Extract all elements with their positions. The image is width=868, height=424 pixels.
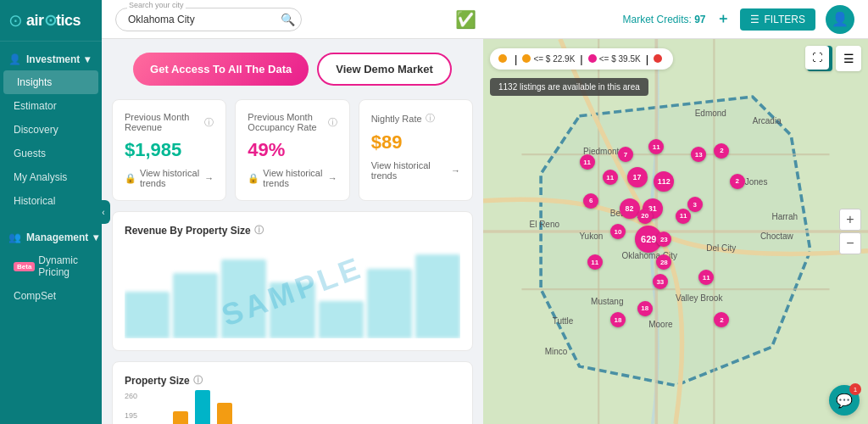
beta-badge: Beta <box>14 262 35 271</box>
market-credits-label: Market Credits: 97 <box>622 14 705 25</box>
map-pin-23[interactable]: 11 <box>580 154 595 170</box>
management-header[interactable]: 👥 Management ▾ <box>0 226 102 248</box>
map-pin-9[interactable]: 20 <box>637 209 653 224</box>
sidebar-item-historical-label: Historical <box>14 195 55 207</box>
legend-item-red <box>654 54 665 63</box>
filter-icon: ☰ <box>750 14 760 25</box>
stat-nightly-value: $89 <box>371 131 460 153</box>
view-demo-button[interactable]: View Demo Market <box>317 53 452 86</box>
sidebar-item-historical[interactable]: Historical <box>0 189 102 213</box>
filters-button[interactable]: ☰ FILTERS <box>740 8 815 31</box>
stat-occupancy-link[interactable]: 🔒 View historical trends → <box>248 168 337 188</box>
y-axis: 260 195 130 65 <box>125 392 137 424</box>
sidebar-item-insights-label: Insights <box>17 76 52 88</box>
arrow-icon: → <box>204 173 214 183</box>
verify-icon: ✅ <box>455 9 476 30</box>
sidebar-item-discovery[interactable]: Discovery <box>0 118 102 142</box>
investment-header[interactable]: 👤 Investment ▾ <box>0 48 102 70</box>
management-label: Management <box>26 232 88 243</box>
info-icon-nightly[interactable]: ⓘ <box>426 112 435 125</box>
stat-card-occupancy: Previous Month Occupancy Rate ⓘ 49% 🔒 Vi… <box>235 99 349 201</box>
bar-chart-area: Studio12345R <box>141 392 302 424</box>
get-access-label: Get Access To All The Data <box>150 63 292 75</box>
map-list-view-button[interactable]: ☰ <box>836 46 861 71</box>
property-size-title: Property Size ⓘ <box>125 374 460 387</box>
map-pin-21[interactable]: 11 <box>698 270 714 285</box>
map-pin-24[interactable]: 7 <box>618 147 633 162</box>
dynamic-pricing-label: Dynamic Pricing <box>38 254 93 278</box>
info-icon-revenue[interactable]: ⓘ <box>204 116 214 129</box>
logo: ⊙ air⊙tics <box>0 0 102 42</box>
map-pin-11[interactable]: 10 <box>610 224 626 239</box>
view-demo-label: View Demo Market <box>336 63 433 75</box>
user-avatar[interactable]: 👤 <box>826 5 854 34</box>
sidebar-item-insights[interactable]: Insights <box>3 70 98 94</box>
stat-revenue-label: Previous Month Revenue ⓘ <box>125 112 214 132</box>
sidebar-item-myanalysis-label: My Analysis <box>14 171 67 183</box>
lock-icon-occupancy: 🔒 <box>248 173 259 184</box>
map-pin-7[interactable]: 11 <box>587 254 603 270</box>
legend-dot-red <box>654 54 662 63</box>
map-pin-3[interactable]: 17 <box>627 167 648 187</box>
map-pin-4[interactable]: 11 <box>603 170 618 185</box>
bar-group-3: 3 <box>217 403 232 424</box>
map-pin-16[interactable]: 18 <box>637 301 653 316</box>
sidebar-item-discovery-label: Discovery <box>14 124 58 136</box>
people-icon: 👤 <box>8 53 21 65</box>
zoom-out-button[interactable]: − <box>839 232 861 254</box>
zoom-in-button[interactable]: + <box>839 209 861 231</box>
stat-card-nightly: Nightly Rate ⓘ $89 View historical trend… <box>359 99 473 201</box>
logo-text: air⊙tics <box>26 11 81 30</box>
map-pin-6[interactable]: 13 <box>691 147 706 162</box>
sidebar-item-compset[interactable]: CompSet <box>0 284 102 308</box>
legend-item-1 <box>498 54 509 63</box>
stat-revenue-link[interactable]: 🔒 View historical trends → <box>125 168 214 188</box>
map-pin-8[interactable]: 112 <box>654 171 674 192</box>
legend-separator-3: | <box>646 53 648 65</box>
stat-nightly-link[interactable]: View historical trends → <box>371 160 460 181</box>
map-pin-5[interactable]: 11 <box>648 139 664 154</box>
map-pin-19[interactable]: 18 <box>610 312 626 327</box>
fullscreen-button[interactable]: ⛶ <box>805 46 829 70</box>
get-access-button[interactable]: Get Access To All The Data <box>133 53 309 86</box>
chat-bubble[interactable]: 💬 1 <box>829 385 860 416</box>
info-icon-occupancy[interactable]: ⓘ <box>328 116 337 129</box>
map-pin-20[interactable]: 2 <box>714 312 729 327</box>
sidebar: ⊙ air⊙tics 👤 Investment ▾ Insights Estim… <box>0 0 102 424</box>
map-pin-14[interactable]: 2 <box>730 174 745 189</box>
legend-separator-1: | <box>515 53 517 65</box>
map-pin-15[interactable]: 11 <box>676 209 691 224</box>
sidebar-item-estimator[interactable]: Estimator <box>0 94 102 118</box>
sidebar-item-estimator-label: Estimator <box>14 100 57 112</box>
map-pin-17[interactable]: 33 <box>653 274 668 289</box>
management-icon: 👥 <box>8 232 21 243</box>
info-icon-propsize[interactable]: ⓘ <box>193 374 203 387</box>
chat-notification-badge: 1 <box>849 383 861 395</box>
stat-occupancy-value: 49% <box>248 139 337 161</box>
chart-bar-5 <box>319 301 364 338</box>
search-button[interactable]: 🔍 <box>281 13 295 26</box>
sidebar-item-guests[interactable]: Guests <box>0 142 102 165</box>
map-pin-22[interactable]: 6 <box>583 193 598 209</box>
map-background[interactable]: EdmondPiedmontBethanyEl RenoOklahoma Cit… <box>483 39 868 424</box>
chevron-down-icon-2: ▾ <box>93 232 98 243</box>
bar-3 <box>217 403 232 424</box>
map-pin-10[interactable]: 23 <box>656 232 671 247</box>
chart-bar-7 <box>415 254 460 338</box>
sidebar-item-dynamic-pricing[interactable]: Beta Dynamic Pricing <box>0 248 102 284</box>
arrow-icon-2: → <box>328 173 337 183</box>
content-area: Get Access To All The Data View Demo Mar… <box>102 39 868 424</box>
map-pin-12[interactable]: 3 <box>687 197 703 212</box>
legend-dot-39k <box>588 54 597 63</box>
sidebar-item-myanalysis[interactable]: My Analysis <box>0 165 102 189</box>
search-input[interactable] <box>115 8 302 31</box>
add-credits-button[interactable]: ＋ <box>716 10 730 28</box>
logo-icon: ⊙ <box>8 10 23 31</box>
header-right: Market Credits: 97 ＋ ☰ FILTERS 👤 <box>622 5 854 34</box>
info-icon-revenue-chart[interactable]: ⓘ <box>254 224 264 237</box>
search-wrapper: Search your city 🔍 <box>115 8 302 31</box>
map-pin-18[interactable]: 28 <box>656 254 671 270</box>
map-pin-13[interactable]: 2 <box>714 143 729 159</box>
map-legend: | <= $ 22.9K | <= $ 39.5K | <box>490 48 673 70</box>
sidebar-collapse-tab[interactable]: ‹ <box>97 200 110 224</box>
